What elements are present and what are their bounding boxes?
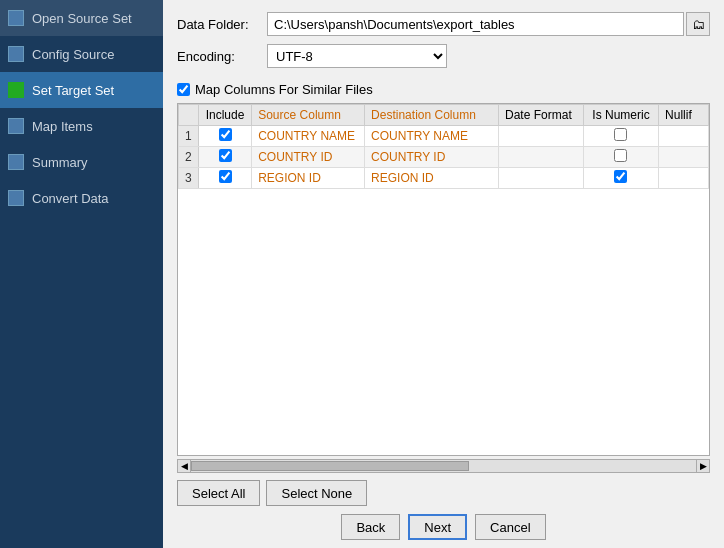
sidebar-item-map-items[interactable]: Map Items xyxy=(0,108,163,144)
encoding-row: Encoding: UTF-8 UTF-16 ISO-8859-1 ASCII xyxy=(177,44,710,68)
col-header-date: Date Format xyxy=(499,105,584,126)
data-folder-label: Data Folder: xyxy=(177,17,267,32)
sidebar-item-label: Open Source Set xyxy=(32,11,132,26)
include-checkbox-2[interactable] xyxy=(219,149,232,162)
map-items-icon xyxy=(8,118,24,134)
convert-data-icon xyxy=(8,190,24,206)
scroll-right-button[interactable]: ▶ xyxy=(696,459,710,473)
row-date-3 xyxy=(499,168,584,189)
scroll-track[interactable] xyxy=(191,459,696,473)
columns-table: Include Source Column Destination Column… xyxy=(178,104,709,189)
row-nullif-2 xyxy=(659,147,709,168)
sidebar-item-label: Config Source xyxy=(32,47,114,62)
sidebar-item-label: Summary xyxy=(32,155,88,170)
columns-table-container: Include Source Column Destination Column… xyxy=(177,103,710,456)
sidebar-item-config-source[interactable]: Config Source xyxy=(0,36,163,72)
row-numeric-2[interactable] xyxy=(583,147,658,168)
encoding-label: Encoding: xyxy=(177,49,267,64)
back-button[interactable]: Back xyxy=(341,514,400,540)
row-dest-1: COUNTRY NAME xyxy=(365,126,499,147)
map-columns-checkbox[interactable] xyxy=(177,83,190,96)
row-source-1: COUNTRY NAME xyxy=(252,126,365,147)
sidebar-item-label: Set Target Set xyxy=(32,83,114,98)
row-dest-2: COUNTRY ID xyxy=(365,147,499,168)
main-content: Data Folder: 🗂 Encoding: UTF-8 UTF-16 IS… xyxy=(163,0,724,548)
row-source-3: REGION ID xyxy=(252,168,365,189)
row-include-2[interactable] xyxy=(198,147,251,168)
include-checkbox-3[interactable] xyxy=(219,170,232,183)
select-buttons-row: Select All Select None xyxy=(163,474,724,510)
summary-icon xyxy=(8,154,24,170)
row-source-2: COUNTRY ID xyxy=(252,147,365,168)
config-source-icon xyxy=(8,46,24,62)
row-date-2 xyxy=(499,147,584,168)
folder-icon: 🗂 xyxy=(692,17,705,32)
row-dest-3: REGION ID xyxy=(365,168,499,189)
horizontal-scrollbar[interactable]: ◀ ▶ xyxy=(177,458,710,474)
col-header-include: Include xyxy=(198,105,251,126)
data-folder-row: Data Folder: 🗂 xyxy=(177,12,710,36)
cancel-button[interactable]: Cancel xyxy=(475,514,545,540)
row-numeric-1[interactable] xyxy=(583,126,658,147)
row-num-3: 3 xyxy=(179,168,199,189)
sidebar-item-label: Convert Data xyxy=(32,191,109,206)
set-target-set-icon xyxy=(8,82,24,98)
numeric-checkbox-1[interactable] xyxy=(614,128,627,141)
table-row: 3 REGION ID REGION ID xyxy=(179,168,709,189)
row-nullif-1 xyxy=(659,126,709,147)
row-include-3[interactable] xyxy=(198,168,251,189)
sidebar-item-convert-data[interactable]: Convert Data xyxy=(0,180,163,216)
folder-browse-button[interactable]: 🗂 xyxy=(686,12,710,36)
row-num-2: 2 xyxy=(179,147,199,168)
map-columns-row: Map Columns For Similar Files xyxy=(163,82,724,97)
sidebar-item-set-target-set[interactable]: Set Target Set xyxy=(0,72,163,108)
select-all-button[interactable]: Select All xyxy=(177,480,260,506)
col-header-numeric: Is Numeric xyxy=(583,105,658,126)
row-numeric-3[interactable] xyxy=(583,168,658,189)
row-date-1 xyxy=(499,126,584,147)
sidebar: Open Source Set Config Source Set Target… xyxy=(0,0,163,548)
table-row: 1 COUNTRY NAME COUNTRY NAME xyxy=(179,126,709,147)
col-header-source: Source Column xyxy=(252,105,365,126)
row-num-1: 1 xyxy=(179,126,199,147)
data-folder-input[interactable] xyxy=(267,12,684,36)
row-nullif-3 xyxy=(659,168,709,189)
numeric-checkbox-3[interactable] xyxy=(614,170,627,183)
sidebar-item-summary[interactable]: Summary xyxy=(0,144,163,180)
table-row: 2 COUNTRY ID COUNTRY ID xyxy=(179,147,709,168)
sidebar-item-label: Map Items xyxy=(32,119,93,134)
col-header-dest: Destination Column xyxy=(365,105,499,126)
form-area: Data Folder: 🗂 Encoding: UTF-8 UTF-16 IS… xyxy=(163,0,724,82)
encoding-select[interactable]: UTF-8 UTF-16 ISO-8859-1 ASCII xyxy=(267,44,447,68)
nav-buttons-row: Back Next Cancel xyxy=(163,510,724,548)
table-header-row: Include Source Column Destination Column… xyxy=(179,105,709,126)
open-source-set-icon xyxy=(8,10,24,26)
col-header-nullif: Nullif xyxy=(659,105,709,126)
select-none-button[interactable]: Select None xyxy=(266,480,367,506)
scroll-left-button[interactable]: ◀ xyxy=(177,459,191,473)
scroll-thumb[interactable] xyxy=(191,461,469,471)
col-header-num xyxy=(179,105,199,126)
sidebar-item-open-source-set[interactable]: Open Source Set xyxy=(0,0,163,36)
include-checkbox-1[interactable] xyxy=(219,128,232,141)
map-columns-label: Map Columns For Similar Files xyxy=(195,82,373,97)
table-scroll-area[interactable]: Include Source Column Destination Column… xyxy=(178,104,709,455)
next-button[interactable]: Next xyxy=(408,514,467,540)
row-include-1[interactable] xyxy=(198,126,251,147)
numeric-checkbox-2[interactable] xyxy=(614,149,627,162)
